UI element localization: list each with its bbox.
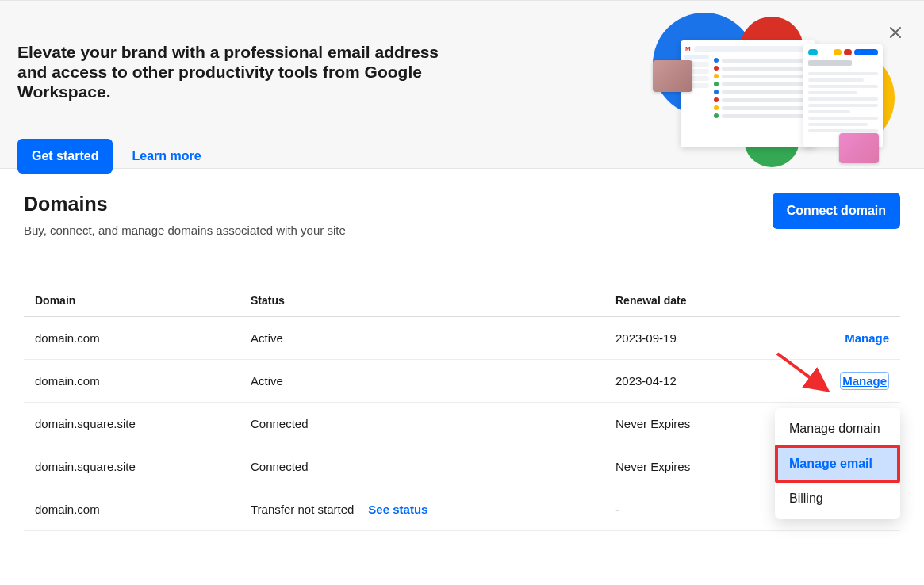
- banner-illustration: M: [645, 17, 891, 167]
- domain-cell: domain.square.site: [24, 445, 240, 488]
- avatar-icon: [839, 133, 879, 163]
- page-subtitle: Buy, connect, and manage domains associa…: [24, 224, 346, 237]
- table-row: domain.square.siteConnectedNever Expires: [24, 403, 900, 445]
- banner-actions: Get started Learn more: [17, 139, 462, 174]
- domains-titles: Domains Buy, connect, and manage domains…: [24, 193, 346, 237]
- banner-heading: Elevate your brand with a professional e…: [17, 42, 462, 102]
- get-started-button[interactable]: Get started: [17, 139, 113, 174]
- status-cell: Transfer not startedSee status: [240, 488, 604, 531]
- table-row: domain.comActive2023-09-19Manage: [24, 317, 900, 360]
- renewal-cell: Never Expires: [604, 445, 775, 488]
- table-header-status: Status: [240, 285, 604, 317]
- domain-cell: domain.com: [24, 488, 240, 531]
- connect-domain-button[interactable]: Connect domain: [773, 193, 900, 229]
- action-cell: Manage: [775, 317, 900, 360]
- table-row: domain.comActive2023-04-12Manage: [24, 360, 900, 403]
- avatar-icon: [653, 60, 692, 92]
- action-cell: Manage: [775, 360, 900, 403]
- domain-cell: domain.com: [24, 317, 240, 360]
- manage-link[interactable]: Manage: [786, 331, 889, 345]
- renewal-cell: 2023-09-19: [604, 317, 775, 360]
- status-cell: Active: [240, 360, 604, 403]
- dropdown-item[interactable]: Manage email: [775, 445, 900, 483]
- status-cell: Connected: [240, 403, 604, 445]
- status-cell: Connected: [240, 445, 604, 488]
- learn-more-link[interactable]: Learn more: [132, 149, 201, 163]
- domain-cell: domain.square.site: [24, 403, 240, 445]
- page-title: Domains: [24, 193, 346, 216]
- table-header-domain: Domain: [24, 285, 240, 317]
- doc-mock-icon: [803, 44, 883, 147]
- workspace-banner: Elevate your brand with a professional e…: [0, 0, 924, 169]
- dropdown-item[interactable]: Billing: [775, 481, 900, 516]
- gmail-mock-icon: M: [681, 40, 815, 147]
- see-status-link[interactable]: See status: [368, 503, 427, 516]
- manage-link[interactable]: Manage: [840, 372, 889, 390]
- close-icon[interactable]: [889, 26, 902, 39]
- domain-cell: domain.com: [24, 360, 240, 403]
- renewal-cell: 2023-04-12: [604, 360, 775, 403]
- table-header-renewal: Renewal date: [604, 285, 775, 317]
- renewal-cell: Never Expires: [604, 403, 775, 445]
- table-row: domain.comTransfer not startedSee status…: [24, 488, 900, 531]
- table-row: domain.square.siteConnectedNever Expires: [24, 445, 900, 488]
- banner-content: Elevate your brand with a professional e…: [17, 17, 462, 174]
- dropdown-item[interactable]: Manage domain: [775, 411, 900, 446]
- manage-dropdown: Manage domainManage emailBilling: [775, 408, 900, 519]
- domains-section-header: Domains Buy, connect, and manage domains…: [0, 169, 924, 253]
- domains-table: Domain Status Renewal date domain.comAct…: [24, 285, 900, 531]
- status-cell: Active: [240, 317, 604, 360]
- renewal-cell: -: [604, 488, 775, 531]
